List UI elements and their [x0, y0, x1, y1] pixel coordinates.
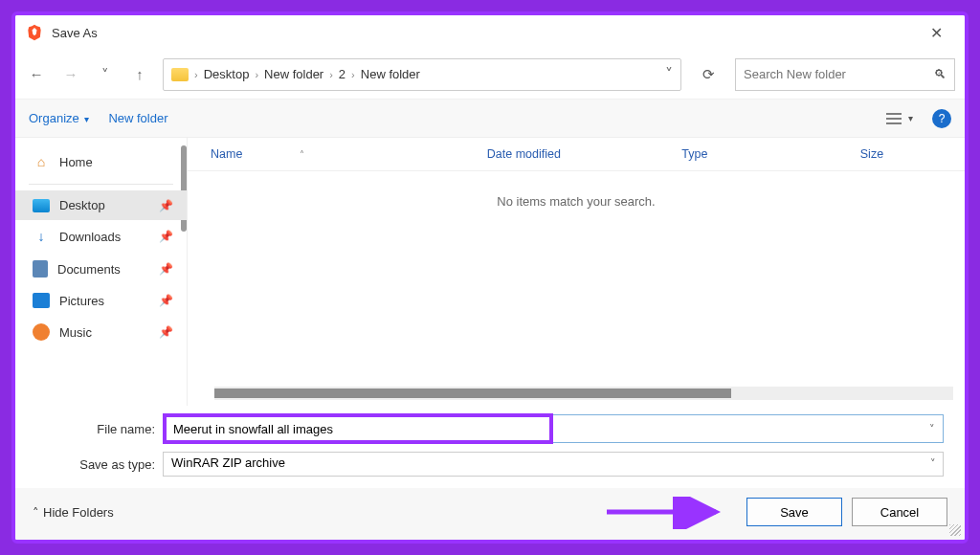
chevron-right-icon: › — [329, 69, 333, 80]
col-size[interactable]: Size — [853, 144, 949, 165]
list-view-icon — [885, 112, 902, 125]
toolbar: Organize ▾ New folder ▾ ? — [15, 100, 965, 138]
recent-button[interactable]: ˅ — [94, 63, 117, 86]
save-as-dialog: Save As ✕ ← → ˅ ↑ › Desktop › New folder… — [15, 15, 965, 540]
breadcrumb[interactable]: 2 — [339, 67, 345, 81]
pictures-icon — [33, 293, 50, 308]
chevron-right-icon: › — [255, 69, 258, 80]
column-headers: Name˄ Date modified Type Size — [188, 138, 965, 171]
filename-label: File name: — [36, 422, 163, 436]
chevron-right-icon: › — [194, 69, 198, 80]
sort-indicator-icon: ˄ — [300, 149, 304, 160]
hide-folders-toggle[interactable]: ˄ Hide Folders — [33, 505, 114, 520]
col-name[interactable]: Name˄ — [203, 144, 479, 165]
pin-icon: 📌 — [159, 262, 173, 276]
sidebar: ⌂Home Desktop📌 ↓Downloads📌 Documents📌 Pi… — [15, 138, 188, 406]
filename-combo-extent[interactable]: ˅ — [549, 414, 944, 443]
pin-icon: 📌 — [159, 199, 173, 212]
horizontal-scrollbar[interactable] — [214, 387, 953, 400]
sidebar-item-label: Pictures — [59, 294, 104, 308]
address-bar[interactable]: › Desktop › New folder › 2 › New folder … — [163, 58, 681, 91]
save-type-combo[interactable]: WinRAR ZIP archive — [163, 452, 944, 477]
organize-menu[interactable]: Organize ▾ — [29, 111, 89, 125]
home-icon: ⌂ — [33, 153, 50, 170]
pin-icon: 📌 — [159, 230, 173, 243]
scrollbar-thumb[interactable] — [214, 388, 731, 398]
chevron-down-icon: ▾ — [84, 114, 89, 124]
cancel-button[interactable]: Cancel — [852, 498, 947, 526]
save-button[interactable]: Save — [746, 498, 842, 526]
sidebar-item-label: Documents — [57, 262, 121, 277]
refresh-button[interactable]: ⟳ — [693, 58, 724, 91]
breadcrumb[interactable]: New folder — [361, 67, 420, 81]
col-date[interactable]: Date modified — [479, 144, 675, 165]
sidebar-item-label: Downloads — [59, 230, 121, 244]
file-pane: Name˄ Date modified Type Size No items m… — [188, 138, 965, 406]
annotation-arrow — [603, 500, 737, 523]
empty-message: No items match your search. — [188, 171, 965, 387]
breadcrumb[interactable]: Desktop — [204, 67, 250, 81]
search-box[interactable]: 🔍︎ — [735, 58, 955, 91]
download-icon: ↓ — [33, 228, 50, 245]
chevron-down-icon[interactable]: ˅ — [929, 423, 935, 435]
annotation-highlight — [163, 413, 553, 444]
col-type[interactable]: Type — [674, 144, 852, 165]
close-button[interactable]: ✕ — [917, 24, 955, 42]
sidebar-item-label: Desktop — [59, 198, 105, 212]
sidebar-item-music[interactable]: Music📌 — [15, 316, 187, 348]
search-input[interactable] — [744, 67, 934, 81]
up-button[interactable]: ↑ — [128, 63, 151, 86]
sidebar-item-label: Music — [59, 325, 92, 340]
chevron-down-icon[interactable]: ˅ — [665, 65, 673, 83]
back-button[interactable]: ← — [25, 63, 48, 86]
resize-grip[interactable] — [949, 524, 961, 536]
new-folder-button[interactable]: New folder — [108, 111, 167, 125]
sidebar-item-documents[interactable]: Documents📌 — [15, 253, 187, 285]
folder-icon — [171, 68, 189, 81]
separator — [29, 184, 173, 185]
forward-button[interactable]: → — [59, 63, 82, 86]
chevron-up-icon: ˄ — [33, 505, 39, 520]
filename-input[interactable] — [167, 418, 548, 439]
sidebar-item-desktop[interactable]: Desktop📌 — [15, 190, 187, 220]
nav-row: ← → ˅ ↑ › Desktop › New folder › 2 › New… — [15, 50, 965, 100]
form-section: File name: ˅ Save as type: WinRAR ZIP ar… — [15, 406, 965, 488]
sidebar-item-pictures[interactable]: Pictures📌 — [15, 285, 187, 316]
sidebar-item-downloads[interactable]: ↓Downloads📌 — [15, 220, 187, 253]
window-title: Save As — [52, 26, 98, 40]
help-button[interactable]: ? — [932, 109, 951, 128]
chevron-down-icon: ▾ — [908, 113, 913, 123]
music-icon — [33, 323, 50, 341]
brave-icon — [25, 23, 44, 42]
search-icon: 🔍︎ — [934, 67, 947, 81]
breadcrumb[interactable]: New folder — [264, 67, 323, 81]
footer: ˄ Hide Folders Save Cancel — [15, 488, 965, 540]
pin-icon: 📌 — [159, 325, 173, 339]
desktop-icon — [33, 199, 50, 212]
chevron-right-icon: › — [351, 69, 355, 80]
sidebar-item-home[interactable]: ⌂Home — [15, 145, 187, 178]
titlebar: Save As ✕ — [15, 15, 965, 50]
view-menu[interactable]: ▾ — [885, 112, 913, 125]
pin-icon: 📌 — [159, 294, 173, 307]
type-label: Save as type: — [36, 457, 163, 472]
documents-icon — [33, 260, 48, 278]
sidebar-item-label: Home — [59, 155, 93, 169]
